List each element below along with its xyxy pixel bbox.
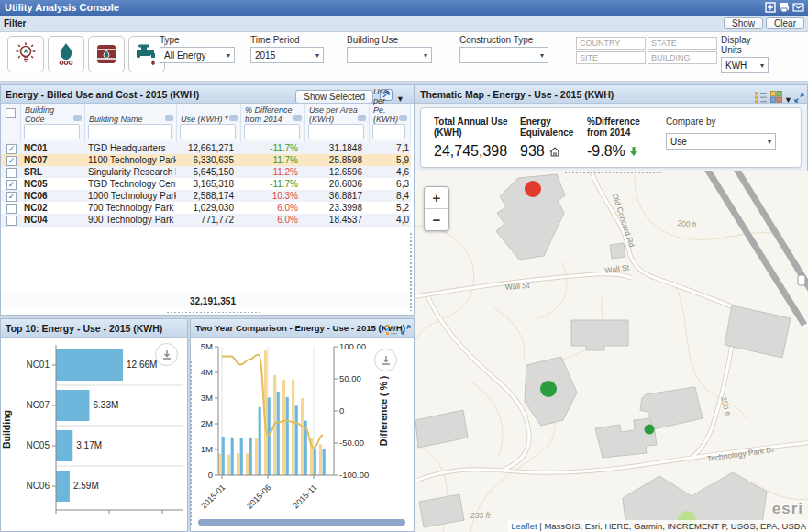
show-selected-button[interactable]: Show Selected	[295, 90, 373, 104]
country-field[interactable]	[576, 37, 646, 50]
select-all-checkbox[interactable]	[6, 108, 16, 118]
show-button[interactable]: Show	[724, 17, 763, 29]
download-chart-button[interactable]	[155, 343, 178, 366]
state-field[interactable]	[648, 37, 717, 50]
download-icon	[161, 349, 172, 360]
table-cell: 36.8817	[305, 190, 362, 202]
svg-text:3.17M: 3.17M	[76, 440, 102, 450]
building-marker-high[interactable]	[525, 181, 541, 197]
column-label: Building Code	[25, 105, 74, 124]
layers-caret-icon[interactable]: ▾	[786, 90, 791, 104]
horizontal-resize-handle[interactable]	[564, 172, 661, 174]
building-use-select[interactable]: ▾	[347, 47, 432, 63]
leaflet-link[interactable]: Leaflet	[511, 521, 537, 531]
row-checkbox[interactable]	[6, 168, 17, 178]
compare-by-select[interactable]: Use ▾	[666, 133, 776, 150]
column-menu-icon[interactable]	[229, 115, 238, 121]
column-menu-icon[interactable]	[293, 115, 302, 121]
oil-barrel-icon	[94, 42, 118, 66]
column-filter-input[interactable]	[88, 124, 172, 139]
table-row[interactable]: NC02700 Technology Park Dr1,029,0306.0%2…	[1, 202, 411, 215]
column-filter-input[interactable]	[180, 124, 236, 139]
vertical-resize-handle[interactable]	[189, 360, 193, 526]
svg-text:5M: 5M	[201, 341, 213, 351]
building-marker-low[interactable]	[540, 381, 557, 397]
column-menu-icon[interactable]	[399, 115, 407, 121]
table-cell: NC04	[24, 214, 83, 226]
horizontal-scrollbar[interactable]	[198, 519, 405, 526]
row-checkbox[interactable]: ✓	[6, 144, 17, 154]
table-row[interactable]: NC04900 Technology Park Dr771,7726.0%18.…	[1, 214, 411, 227]
site-field[interactable]	[576, 51, 646, 64]
table-row[interactable]: ✓NC061000 Technology Park Dr2,588,17410.…	[1, 190, 411, 203]
table-cell: -11.7%	[241, 142, 298, 154]
table-cell: 6.0%	[241, 202, 298, 214]
expand-icon[interactable]	[401, 323, 411, 338]
row-checkbox[interactable]	[6, 204, 17, 214]
column-label: % Difference from 2014	[245, 105, 294, 124]
column-label: Building Name	[89, 115, 166, 124]
energy-type-gas-button[interactable]	[48, 36, 84, 72]
row-checkbox[interactable]: ✓	[6, 192, 17, 202]
add-window-icon[interactable]	[765, 2, 776, 13]
svg-text:1M: 1M	[201, 444, 213, 454]
legend-icon[interactable]	[755, 90, 767, 104]
table-panel-title: Energy - Billed Use and Cost - 2015 (KWH…	[6, 89, 199, 100]
print-icon[interactable]	[779, 2, 790, 13]
legend-icon[interactable]	[386, 323, 397, 338]
table-cell: 4,0	[370, 214, 409, 226]
column-filter-input[interactable]	[244, 124, 300, 139]
building-marker-low-small[interactable]	[645, 425, 655, 435]
table-cell: 5,645,150	[177, 166, 234, 178]
horizontal-resize-handle[interactable]	[166, 311, 262, 314]
column-label: Use per Pe. (KWH)	[373, 87, 400, 124]
display-units-select[interactable]: KWH ▾	[721, 57, 769, 73]
contour-label: 200 ft	[677, 218, 698, 229]
table-cell: 6.0%	[241, 214, 298, 226]
column-filter-input[interactable]	[308, 124, 364, 139]
svg-text:2015-01: 2015-01	[199, 482, 227, 510]
table-panel-header: Energy - Billed Use and Cost - 2015 (KWH…	[1, 85, 414, 104]
svg-text:-50.00: -50.00	[339, 438, 364, 448]
table-row[interactable]: ✓NC071100 Technology Park Dr6,330,635-11…	[1, 154, 411, 167]
time-period-select[interactable]: 2015 ▾	[250, 47, 324, 63]
energy-type-oil-button[interactable]	[88, 36, 125, 72]
caret-down-icon: ▾	[540, 51, 544, 60]
filter-bar: Filter Show Clear	[0, 16, 808, 32]
table-row[interactable]: ✓NC05TGD Technology Center3,165,318-11.7…	[1, 178, 411, 191]
table-row[interactable]: ✓NC01TGD Headquarters12,661,271-11.7%31.…	[1, 142, 411, 155]
type-select[interactable]: All Energy ▾	[160, 47, 235, 63]
compare-by-group: Compare by Use ▾	[666, 116, 776, 150]
table-cell: 771,772	[177, 214, 234, 226]
clear-button[interactable]: Clear	[766, 17, 804, 29]
column-filter-input[interactable]	[24, 124, 80, 139]
column-menu-icon[interactable]	[73, 115, 82, 121]
download-chart-button[interactable]	[374, 349, 397, 371]
column-header: Building Code	[21, 104, 85, 142]
zoom-out-button[interactable]: −	[425, 209, 448, 230]
utility-analysis-console: Utility Analysis Console Filter Show Cle…	[0, 0, 808, 532]
zoom-in-button[interactable]: +	[425, 187, 448, 209]
energy-type-electricity-button[interactable]	[7, 36, 44, 72]
column-menu-icon[interactable]	[165, 115, 173, 121]
row-checkbox[interactable]	[6, 216, 17, 226]
column-menu-icon[interactable]	[358, 115, 366, 121]
map-canvas[interactable]: Old Concord Rd Wall St Wall St Technolog…	[415, 171, 808, 532]
twoyear-panel-header: Two Year Comparison - Energy - Use - 201…	[191, 319, 414, 338]
expand-icon[interactable]	[794, 90, 804, 104]
sort-indicator-icon[interactable]: ▾	[225, 114, 228, 122]
vertical-resize-handle[interactable]	[409, 232, 413, 311]
table-row[interactable]: SRLSingularity Research Lab5,645,15011.2…	[1, 166, 411, 179]
column-header: % Difference from 2014	[241, 104, 305, 142]
energy-equivalence-stat: EnergyEquivalence 938	[520, 116, 573, 160]
building-field[interactable]	[648, 51, 717, 64]
email-icon[interactable]	[792, 2, 804, 13]
construction-type-select[interactable]: ▾	[459, 47, 548, 63]
column-filter-input[interactable]	[372, 124, 405, 139]
row-checkbox[interactable]: ✓	[6, 180, 17, 190]
table-cell: 4,6	[370, 166, 409, 178]
layers-icon[interactable]	[770, 90, 782, 104]
row-checkbox[interactable]: ✓	[6, 156, 17, 166]
route-shield	[798, 275, 805, 285]
table-cell: 1,029,030	[177, 202, 234, 214]
